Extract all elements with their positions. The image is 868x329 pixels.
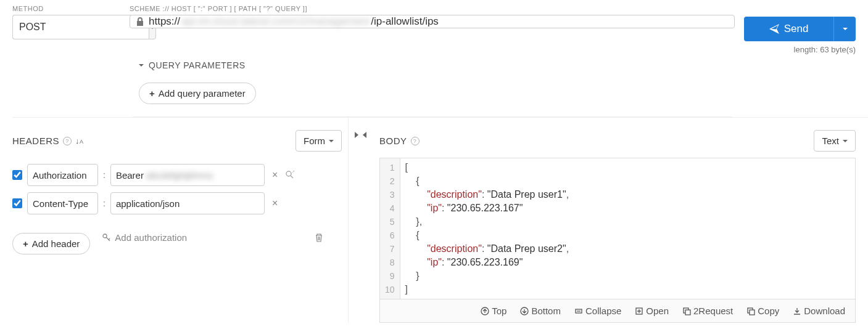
length-info: length: 63 byte(s) bbox=[133, 41, 868, 54]
download-icon bbox=[793, 307, 801, 315]
url-input[interactable]: https://api.int.cloud.talend.com/v1/mana… bbox=[130, 15, 735, 28]
svg-rect-12 bbox=[685, 310, 690, 315]
trash-icon[interactable] bbox=[315, 233, 323, 243]
plus-icon: + bbox=[23, 238, 28, 249]
svg-point-0 bbox=[286, 171, 291, 176]
headers-format-dropdown[interactable]: Form bbox=[296, 130, 342, 152]
help-icon[interactable]: ? bbox=[411, 137, 420, 145]
copy-icon bbox=[682, 307, 691, 315]
chevron-down-icon bbox=[329, 140, 334, 142]
svg-line-1 bbox=[291, 176, 293, 178]
method-input[interactable] bbox=[12, 15, 149, 39]
url-blurred: api.int.cloud.talend.com/v1/management bbox=[180, 15, 371, 28]
chevron-down-icon bbox=[139, 64, 144, 67]
expand-right-icon[interactable] bbox=[355, 131, 358, 140]
svg-rect-14 bbox=[750, 310, 754, 315]
send-dropdown[interactable] bbox=[833, 17, 856, 41]
body-editor[interactable]: 12345678910 [ { "description": "Data Pre… bbox=[379, 158, 856, 299]
header-row: Content-Type : application/json × bbox=[12, 192, 342, 214]
arrow-up-icon bbox=[481, 307, 489, 315]
collapse-button[interactable]: Collapse bbox=[574, 306, 621, 316]
help-icon[interactable]: ? bbox=[63, 137, 72, 145]
top-button[interactable]: Top bbox=[481, 306, 506, 316]
copy-button[interactable]: Copy bbox=[746, 306, 779, 316]
chevron-down-icon bbox=[843, 28, 848, 30]
body-label: BODY bbox=[379, 136, 407, 146]
body-format-dropdown[interactable]: Text bbox=[814, 130, 856, 152]
collapse-icon bbox=[574, 307, 583, 315]
remove-header-icon[interactable]: × bbox=[270, 169, 280, 181]
header-value-input[interactable]: application/json bbox=[110, 192, 265, 214]
header-name-input[interactable]: Authorization bbox=[27, 164, 98, 186]
open-button[interactable]: Open bbox=[635, 306, 669, 316]
svg-line-5 bbox=[109, 238, 110, 240]
download-button[interactable]: Download bbox=[793, 306, 845, 316]
header-name-input[interactable]: Content-Type bbox=[27, 192, 98, 214]
search-icon[interactable] bbox=[285, 170, 295, 180]
remove-header-icon[interactable]: × bbox=[270, 198, 280, 209]
send-icon bbox=[769, 24, 779, 34]
plus-icon: + bbox=[149, 88, 155, 99]
open-icon bbox=[635, 307, 643, 315]
line-gutter: 12345678910 bbox=[380, 158, 400, 299]
scheme-label: SCHEME :// HOST [ ":" PORT ] [ PATH [ "?… bbox=[130, 5, 735, 12]
lock-icon bbox=[136, 17, 144, 26]
header-row: Authorization : Bearerabcdefghijklmno × bbox=[12, 164, 342, 186]
body-toolbar: Top Bottom Collapse Open 2Request Copy D… bbox=[379, 299, 856, 323]
add-header-button[interactable]: + Add header bbox=[12, 233, 90, 254]
header-value-input[interactable]: Bearerabcdefghijklmno bbox=[110, 164, 265, 186]
colon: : bbox=[103, 198, 105, 208]
method-label: METHOD bbox=[12, 5, 120, 12]
copy-icon bbox=[746, 307, 755, 315]
svg-line-2 bbox=[292, 171, 294, 173]
add-authorization-button[interactable]: Add authorization bbox=[102, 232, 187, 243]
url-prefix: https:// bbox=[149, 15, 180, 28]
colon: : bbox=[103, 170, 105, 180]
url-suffix: /ip-allowlist/ips bbox=[371, 15, 439, 28]
send-button[interactable]: Send bbox=[744, 17, 833, 41]
headers-label: HEADERS bbox=[12, 136, 59, 146]
arrow-down-icon bbox=[520, 307, 529, 315]
bottom-button[interactable]: Bottom bbox=[520, 306, 561, 316]
header-checkbox[interactable] bbox=[12, 198, 22, 208]
add-query-param-button[interactable]: + Add query parameter bbox=[139, 83, 256, 104]
chevron-down-icon bbox=[843, 140, 848, 142]
to-request-button[interactable]: 2Request bbox=[682, 306, 733, 316]
sort-icon[interactable]: ↓A bbox=[75, 136, 84, 145]
header-checkbox[interactable] bbox=[12, 170, 22, 180]
query-params-toggle[interactable]: QUERY PARAMETERS bbox=[139, 60, 720, 70]
key-icon bbox=[102, 234, 111, 242]
